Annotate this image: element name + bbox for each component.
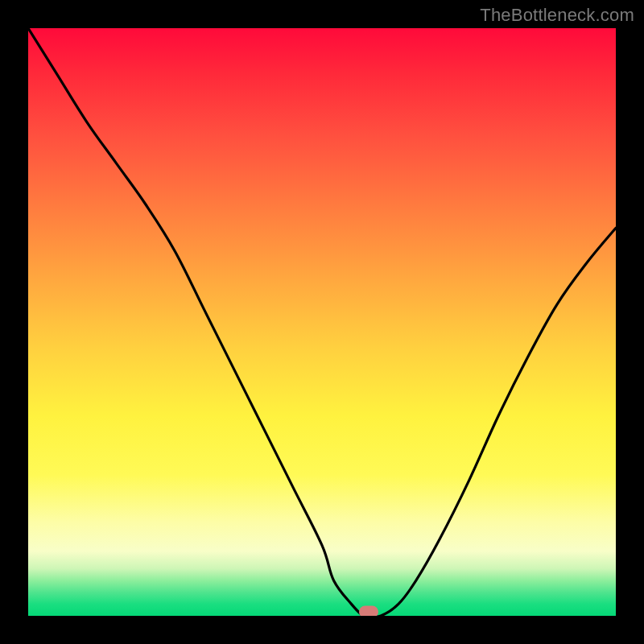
optimum-marker: [359, 606, 378, 617]
watermark-text: TheBottleneck.com: [480, 5, 634, 26]
chart-frame: TheBottleneck.com: [0, 0, 644, 644]
bottleneck-curve: [28, 28, 616, 616]
plot-area: [28, 28, 616, 616]
